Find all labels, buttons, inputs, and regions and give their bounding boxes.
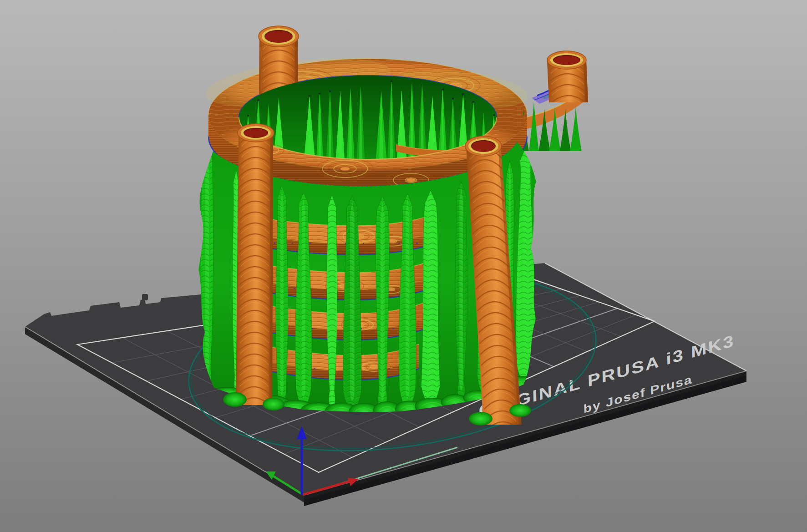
infill-swirl: [406, 178, 416, 182]
overhang-speck: [462, 93, 464, 95]
overhang-speck: [363, 243, 364, 244]
overhang-speck: [442, 89, 444, 90]
slicer-3d-viewport[interactable]: ORIGINAL PRUSA i3 MK3 by Josef Prusa: [0, 0, 807, 532]
bed-rear-peg: [142, 294, 148, 300]
overhang-speck: [274, 243, 275, 244]
overhang-speck: [292, 243, 293, 244]
overhang-speck: [416, 243, 417, 244]
support-base-mound: [263, 398, 284, 410]
infill-swirl: [340, 167, 350, 170]
overhang-speck: [472, 101, 474, 102]
gcode-preview-canvas[interactable]: ORIGINAL PRUSA i3 MK3 by Josef Prusa: [0, 0, 807, 532]
infill-swirl: [371, 365, 377, 368]
overhang-speck: [314, 368, 315, 370]
overhang-speck: [329, 91, 331, 92]
overhang-speck: [388, 368, 390, 370]
infill-swirl: [389, 240, 396, 243]
support-strand-texture: [421, 190, 440, 409]
overhang-speck: [258, 99, 259, 101]
overhang-speck: [398, 243, 400, 244]
overhang-speck: [312, 328, 313, 329]
overhang-speck: [310, 243, 311, 244]
support-base-mound: [469, 412, 492, 426]
overhang-speck: [294, 288, 295, 289]
overhang-speck: [309, 95, 310, 96]
overhang-speck: [247, 115, 249, 117]
overhang-speck: [452, 98, 454, 99]
support-base-mound: [509, 404, 531, 417]
support-strand-texture: [276, 185, 288, 408]
overhang-speck: [418, 368, 420, 369]
overhang-speck: [391, 81, 392, 82]
infill-swirl: [389, 289, 394, 291]
overhang-speck: [393, 328, 394, 329]
overhang-speck: [319, 93, 321, 94]
support-base-mound: [223, 392, 247, 407]
overhang-speck: [493, 115, 495, 116]
